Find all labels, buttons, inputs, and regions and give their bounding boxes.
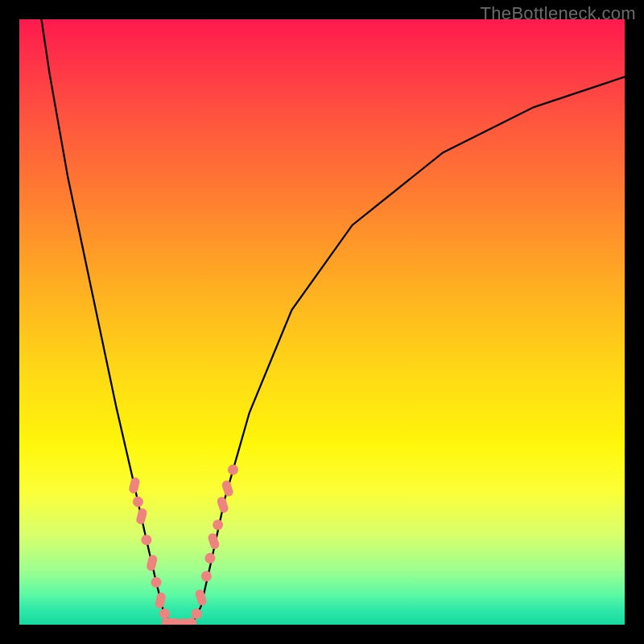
right-marker bbox=[228, 464, 238, 475]
chart-frame bbox=[19, 19, 625, 625]
left-marker bbox=[128, 477, 141, 494]
left-marker bbox=[154, 592, 167, 609]
right-marker bbox=[194, 588, 208, 606]
left-marker bbox=[133, 497, 143, 507]
left-marker bbox=[135, 507, 148, 525]
right-marker bbox=[204, 553, 215, 564]
right-marker bbox=[216, 496, 229, 514]
chart-svg-layer bbox=[19, 19, 625, 625]
right-marker bbox=[192, 609, 202, 619]
right-marker bbox=[213, 519, 223, 530]
left-marker bbox=[151, 577, 161, 588]
curve-group bbox=[40, 19, 625, 625]
bottleneck-curve bbox=[40, 19, 625, 625]
right-marker bbox=[221, 480, 234, 497]
right-marker bbox=[207, 532, 221, 550]
marker-group bbox=[128, 464, 238, 625]
left-marker bbox=[159, 609, 170, 619]
left-marker bbox=[141, 535, 151, 545]
left-marker bbox=[146, 554, 159, 572]
right-marker bbox=[201, 571, 212, 581]
